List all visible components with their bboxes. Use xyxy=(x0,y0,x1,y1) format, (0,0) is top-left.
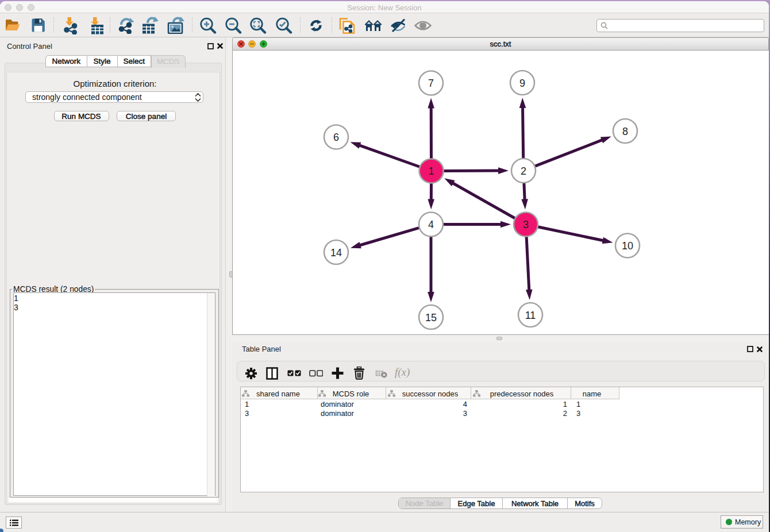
svg-text:8: 8 xyxy=(622,126,628,137)
svg-text:15: 15 xyxy=(425,312,437,323)
svg-text:11: 11 xyxy=(525,310,536,321)
svg-text:4: 4 xyxy=(428,219,434,230)
svg-text:14: 14 xyxy=(330,247,342,259)
svg-text:7: 7 xyxy=(428,78,434,89)
svg-text:9: 9 xyxy=(519,78,525,89)
svg-text:3: 3 xyxy=(523,219,529,230)
svg-text:1: 1 xyxy=(429,165,434,177)
svg-text:6: 6 xyxy=(333,132,339,143)
svg-text:10: 10 xyxy=(622,240,633,252)
svg-text:2: 2 xyxy=(521,165,526,177)
